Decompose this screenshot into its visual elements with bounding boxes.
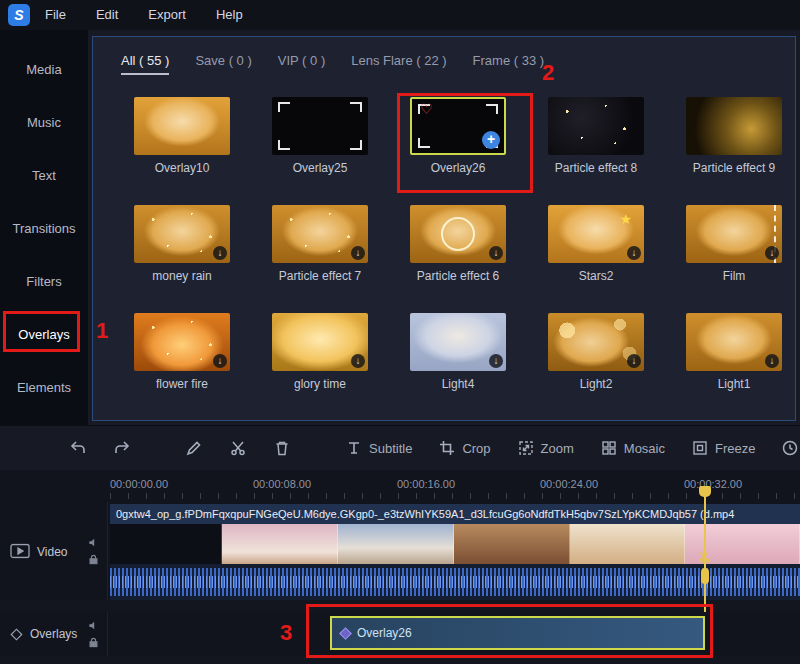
overlay-thumb-particle9[interactable] [686, 97, 782, 155]
tab-vip[interactable]: VIP ( 0 ) [278, 53, 325, 75]
overlay-thumb-particle8[interactable] [548, 97, 644, 155]
timeline-ruler[interactable]: 00:00:00.00 00:00:08.00 00:00:16.00 00:0… [0, 470, 800, 502]
zoom-button[interactable]: Zoom [508, 439, 583, 457]
undo-icon [69, 439, 87, 457]
overlay-thumb-light2[interactable]: ↓ [548, 313, 644, 371]
download-icon[interactable]: ↓ [351, 354, 365, 368]
mute-icon[interactable] [88, 537, 99, 548]
subtitle-button[interactable]: Subtitle [336, 439, 421, 457]
video-clip-filename: 0gxtw4_op_g.fPDmFqxqpuFNGeQeU.M6dye.GKgp… [110, 504, 800, 524]
light-ring-decoration [441, 217, 475, 251]
freeze-button[interactable]: Freeze [682, 439, 764, 457]
mosaic-icon [600, 439, 618, 457]
menu-edit[interactable]: Edit [81, 0, 133, 30]
download-icon[interactable]: ↓ [627, 246, 641, 260]
overlay-thumb-particle6[interactable]: ↓ [410, 205, 506, 263]
menu-file[interactable]: File [30, 0, 81, 30]
sidebar-item-filters[interactable]: Filters [0, 255, 88, 308]
overlay-item: ↓ Light1 [686, 313, 782, 391]
lock-icon[interactable] [88, 637, 99, 648]
video-frame [454, 524, 570, 564]
freeze-icon [691, 439, 709, 457]
download-icon[interactable]: ↓ [765, 354, 779, 368]
duration-button[interactable]: Duration [772, 439, 800, 457]
redo-button[interactable] [104, 439, 140, 457]
overlay-item: ↓ Particle effect 6 [410, 205, 506, 283]
overlay-item: Particle effect 9 [686, 97, 782, 175]
tab-lens-flare[interactable]: Lens Flare ( 22 ) [351, 53, 446, 75]
overlay-label: Light1 [686, 377, 782, 391]
tab-save[interactable]: Save ( 0 ) [195, 53, 251, 75]
scissors-icon [229, 439, 247, 457]
menu-help[interactable]: Help [201, 0, 258, 30]
edit-button[interactable] [176, 439, 212, 457]
overlay-thumb-light1[interactable]: ↓ [686, 313, 782, 371]
playhead-scissors-icon[interactable] [697, 550, 711, 564]
download-icon[interactable]: ↓ [627, 354, 641, 368]
download-icon[interactable]: ↓ [351, 246, 365, 260]
sidebar-item-music[interactable]: Music [0, 96, 88, 149]
video-track-name: Video [37, 544, 67, 558]
app-logo-icon: S [8, 4, 30, 26]
overlay-thumb-stars2[interactable]: ★ ↓ [548, 205, 644, 263]
overlays-track-icon [10, 628, 23, 641]
overlay-thumb-overlay10[interactable] [134, 97, 230, 155]
crop-button[interactable]: Crop [429, 439, 499, 457]
trash-icon [273, 439, 291, 457]
sidebar-item-transitions[interactable]: Transitions [0, 202, 88, 255]
video-track: Video 0gxtw4_op_g.fPDmFqxqpuFNGeQeU.M6dy… [0, 502, 800, 600]
video-track-controls [88, 537, 99, 565]
overlay-item: ↓ Light2 [548, 313, 644, 391]
delete-button[interactable] [264, 439, 300, 457]
crop-label: Crop [462, 441, 490, 456]
video-track-header: Video [0, 502, 108, 600]
overlay-thumb-light4[interactable]: ↓ [410, 313, 506, 371]
sidebar: Media Music Text Transitions Filters Ove… [0, 30, 88, 425]
overlay-label: Stars2 [548, 269, 644, 283]
overlay-label: Particle effect 9 [686, 161, 782, 175]
download-icon[interactable]: ↓ [213, 354, 227, 368]
overlay-thumb-glory-time[interactable]: ↓ [272, 313, 368, 371]
freeze-label: Freeze [715, 441, 755, 456]
tab-frame[interactable]: Frame ( 33 ) [473, 53, 545, 75]
overlay-thumb-particle7[interactable]: ↓ [272, 205, 368, 263]
cut-button[interactable] [220, 439, 256, 457]
overlay-label: Particle effect 7 [272, 269, 368, 283]
frame-corner-icon [278, 102, 290, 112]
overlay-thumb-film[interactable]: ↓ [686, 205, 782, 263]
sidebar-item-text[interactable]: Text [0, 149, 88, 202]
tab-all[interactable]: All ( 55 ) [121, 53, 169, 75]
menu-bar: S File Edit Export Help [0, 0, 800, 30]
mute-icon[interactable] [88, 620, 99, 631]
video-track-icon [10, 544, 30, 559]
menu-export[interactable]: Export [133, 0, 201, 30]
overlay-label: Light4 [410, 377, 506, 391]
overlay-item: ↓ glory time [272, 313, 368, 391]
download-icon[interactable]: ↓ [489, 354, 503, 368]
playhead-handle[interactable] [699, 486, 711, 497]
audio-waveform [110, 564, 800, 600]
sidebar-item-elements[interactable]: Elements [0, 361, 88, 414]
overlay-item: ↓ money rain [134, 205, 230, 283]
download-icon[interactable]: ↓ [213, 246, 227, 260]
overlay-thumb-flower-fire[interactable]: ↓ [134, 313, 230, 371]
subtitle-label: Subtitle [369, 441, 412, 456]
annotation-box-2 [397, 93, 533, 193]
overlay-label: Overlay10 [134, 161, 230, 175]
clock-icon [781, 439, 799, 457]
download-icon[interactable]: ↓ [765, 246, 779, 260]
overlay-label: Film [686, 269, 782, 283]
frame-corner-icon [278, 140, 290, 150]
overlay-thumb-overlay25[interactable] [272, 97, 368, 155]
download-icon[interactable]: ↓ [489, 246, 503, 260]
overlay-item: ★ ↓ Stars2 [548, 205, 644, 283]
mosaic-button[interactable]: Mosaic [591, 439, 674, 457]
overlay-thumb-money-rain[interactable]: ↓ [134, 205, 230, 263]
lock-icon[interactable] [88, 554, 99, 565]
undo-button[interactable] [60, 439, 96, 457]
ruler-tickmarks [110, 493, 800, 499]
sidebar-item-media[interactable]: Media [0, 43, 88, 96]
app-logo-glyph: S [14, 7, 23, 23]
overlay-item: ↓ Light4 [410, 313, 506, 391]
overlay-label: Particle effect 6 [410, 269, 506, 283]
